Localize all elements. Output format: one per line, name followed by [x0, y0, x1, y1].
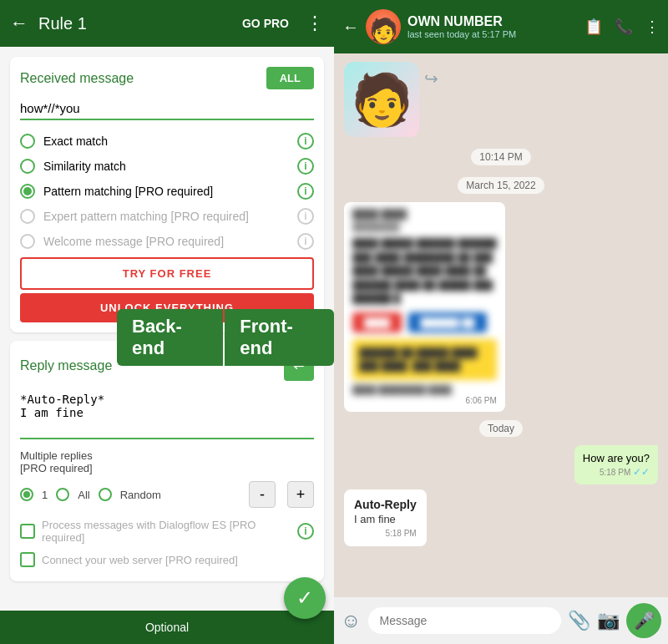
received-header: Received message ALL [20, 67, 314, 89]
radio-similarity-label: Similarity match [43, 160, 126, 173]
clip-button[interactable]: 📎 [568, 610, 590, 631]
sticker-container: 🧑 ↪ [344, 62, 658, 137]
bottom-bar: Optional [0, 611, 334, 644]
radio-welcome-circle [20, 234, 35, 249]
dialogflow-checkbox[interactable] [20, 524, 35, 539]
dialogflow-label: Process messages with Dialogflow ES [PRO… [42, 519, 291, 544]
auto-reply-title: Auto-Reply [354, 498, 417, 511]
radio-pattern-label: Pattern matching [PRO required] [43, 185, 213, 198]
date-today: Today [479, 420, 523, 437]
webserver-checkbox[interactable] [20, 552, 35, 567]
chat-back-icon[interactable]: ← [342, 18, 359, 37]
optional-text: Optional [145, 621, 189, 634]
overlay-labels: Back-end Front-end [117, 309, 334, 366]
auto-reply-time: 5:18 PM [354, 529, 417, 538]
outgoing-message: How are you? 5:18 PM ✓✓ [574, 445, 658, 484]
all-button[interactable]: ALL [266, 67, 314, 89]
radio-exact-match[interactable]: Exact match i [20, 129, 314, 154]
camera-button[interactable]: 📷 [597, 610, 620, 631]
received-message-card: Received message ALL Exact match i Simil… [10, 57, 324, 332]
forward-icon[interactable]: ↪ [424, 68, 438, 89]
radio-similarity-match[interactable]: Similarity match i [20, 154, 314, 179]
count-1-label: 1 [42, 489, 48, 501]
go-pro-button[interactable]: GO PRO [242, 17, 289, 30]
received-label: Received message [20, 71, 134, 86]
right-panel: ← 🧑 OWN NUMBER last seen today at 5:17 P… [334, 0, 668, 644]
page-title: Rule 1 [38, 14, 232, 33]
dialogflow-checkbox-row[interactable]: Process messages with Dialogflow ES [PRO… [20, 515, 314, 548]
time-1014: 10:14 PM [471, 149, 530, 165]
radio-similarity-circle [20, 159, 35, 174]
radio-random[interactable] [99, 488, 112, 501]
reply-label: Reply message [20, 358, 112, 373]
blurred-text: ████ ████ ████████ ████ █████ ██████ ███… [352, 209, 497, 394]
left-header: ← Rule 1 GO PRO ⋮ [0, 0, 334, 47]
chat-name: OWN NUMBER [407, 14, 578, 29]
outgoing-text: How are you? [583, 452, 650, 464]
sticker: 🧑 [344, 62, 419, 137]
fab-check-button[interactable]: ✓ [284, 577, 326, 619]
chat-icons: 📋 📞 ⋮ [584, 18, 660, 36]
emoji-button[interactable]: ☺ [341, 609, 362, 632]
multiple-replies-label: Multiple replies[PRO required] [20, 449, 314, 474]
radio-welcome-match[interactable]: Welcome message [PRO required] i [20, 229, 314, 254]
chat-avatar: 🧑 [366, 9, 401, 44]
chat-more-icon[interactable]: ⋮ [645, 18, 660, 36]
call-icon[interactable]: 📞 [615, 18, 633, 36]
date-march: March 15, 2022 [458, 177, 544, 194]
plus-button[interactable]: + [287, 481, 314, 508]
radio-expert-match[interactable]: Expert pattern matching [PRO required] i [20, 204, 314, 229]
minus-button[interactable]: - [249, 481, 276, 508]
auto-reply-body: I am fine [354, 513, 417, 525]
radio-count-1[interactable] [20, 488, 33, 501]
video-icon[interactable]: 📋 [584, 18, 603, 36]
tick-icon: ✓✓ [633, 466, 650, 478]
mic-button[interactable]: 🎤 [626, 603, 661, 638]
all-label: All [78, 489, 89, 501]
radio-welcome-label: Welcome message [PRO required] [43, 235, 224, 248]
radio-exact-circle [20, 134, 35, 149]
chat-input-bar: ☺ 📎 📷 🎤 [334, 597, 668, 644]
radio-exact-label: Exact match [43, 134, 108, 148]
radio-expert-circle [20, 209, 35, 224]
similarity-info-icon[interactable]: i [297, 158, 314, 175]
blurred-time: 6:06 PM [352, 396, 497, 405]
chat-body: 🧑 ↪ 10:14 PM March 15, 2022 ████ ████ ██… [334, 53, 668, 597]
webserver-label: Connect your web server [PRO required] [42, 554, 314, 566]
frontend-label: Front-end [225, 309, 334, 366]
outgoing-time: 5:18 PM ✓✓ [583, 466, 650, 478]
chat-info: OWN NUMBER last seen today at 5:17 PM [407, 14, 578, 39]
avatar-emoji: 🧑 [366, 9, 401, 44]
message-input[interactable] [368, 607, 561, 634]
blurred-incoming-message: ████ ████ ████████ ████ █████ ██████ ███… [344, 202, 505, 412]
radio-all[interactable] [56, 488, 69, 501]
random-label: Random [120, 489, 161, 501]
welcome-info-icon[interactable]: i [297, 233, 314, 250]
replies-controls: 1 All Random - + [20, 481, 314, 508]
expert-info-icon[interactable]: i [297, 208, 314, 225]
radio-expert-label: Expert pattern matching [PRO required] [43, 210, 249, 223]
radio-pattern-circle [20, 184, 35, 199]
back-icon[interactable]: ← [10, 13, 28, 34]
dialogflow-info-icon[interactable]: i [297, 523, 314, 540]
reply-message-card: Reply message ↩ *Auto-Reply* I am fine M… [10, 341, 324, 581]
received-input[interactable] [20, 98, 314, 120]
backend-label: Back-end [117, 309, 223, 366]
chat-status: last seen today at 5:17 PM [407, 29, 578, 39]
exact-info-icon[interactable]: i [297, 133, 314, 150]
radio-pattern-match[interactable]: Pattern matching [PRO required] i [20, 179, 314, 204]
auto-reply-bubble: Auto-Reply I am fine 5:18 PM [344, 489, 427, 546]
webserver-checkbox-row[interactable]: Connect your web server [PRO required] [20, 548, 314, 571]
try-free-button[interactable]: TRY FOR FREE [20, 257, 314, 290]
more-icon[interactable]: ⋮ [306, 13, 324, 34]
reply-text-input[interactable]: *Auto-Reply* I am fine [20, 389, 314, 439]
pattern-info-icon[interactable]: i [297, 183, 314, 200]
chat-header: ← 🧑 OWN NUMBER last seen today at 5:17 P… [334, 0, 668, 53]
